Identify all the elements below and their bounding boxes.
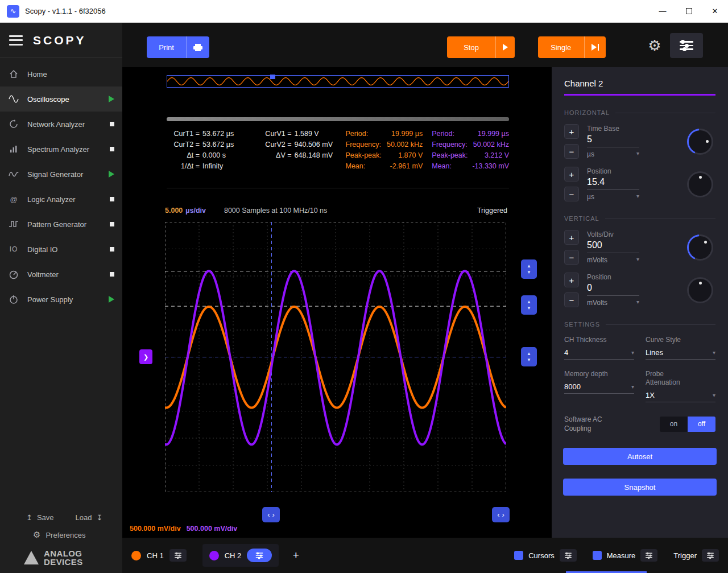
chevron-down-icon: ▾ <box>636 256 639 264</box>
close-button[interactable]: ✕ <box>702 0 728 22</box>
ac-coupling-on-button[interactable]: on <box>660 417 688 432</box>
voltsdiv-unit-dropdown[interactable]: mVolts ▾ <box>587 253 639 264</box>
horizontal-position-handle[interactable]: ‹ › <box>492 507 510 522</box>
maximize-button[interactable] <box>676 0 702 22</box>
ac-coupling-off-button[interactable]: off <box>688 417 715 432</box>
sidebar-item-logic-analyzer[interactable]: @ Logic Analyzer <box>0 187 122 212</box>
sidebar-item-network-analyzer[interactable]: Network Analyzer <box>0 112 122 137</box>
ch2-tab[interactable]: CH 2 <box>202 544 279 567</box>
voltsdiv-decrement-button[interactable]: − <box>564 250 579 265</box>
vposition-increment-button[interactable]: + <box>564 273 579 287</box>
panel-toggle-button[interactable] <box>670 33 703 58</box>
save-button[interactable]: Save <box>37 513 54 522</box>
measure-checkbox[interactable] <box>593 551 602 560</box>
timebase-label: Time Base <box>587 125 639 133</box>
samples-info: 8000 Samples at 100 MHz/10 ns <box>224 207 327 215</box>
minimize-button[interactable]: — <box>650 0 676 22</box>
ch-thickness-dropdown[interactable]: CH Thickness 4 ▾ <box>564 336 634 360</box>
menu-icon[interactable] <box>9 35 23 46</box>
preferences-button[interactable]: ⚙ Preferences <box>0 530 122 540</box>
hposition-value[interactable]: 15.4 <box>587 175 639 190</box>
sidebar-item-label: Home <box>27 70 47 79</box>
vposition-decrement-button[interactable]: − <box>564 292 579 307</box>
ac-coupling-label: Software AC Coupling <box>564 415 627 433</box>
memory-depth-dropdown[interactable]: Memory depth 8000 ▾ <box>564 370 634 402</box>
oscilloscope-icon <box>8 93 19 105</box>
curve-style-dropdown[interactable]: Curve Style Lines ▾ <box>646 336 715 360</box>
chevron-up-icon: ▲ <box>527 352 531 356</box>
timebase-unit-dropdown[interactable]: µs ▾ <box>587 147 639 158</box>
sidebar-item-label: Spectrum Analyzer <box>27 145 89 154</box>
preferences-label: Preferences <box>46 531 85 539</box>
run-stop-button[interactable]: Stop <box>447 36 515 58</box>
cursors-settings-button[interactable] <box>560 549 577 562</box>
vposition-value[interactable]: 0 <box>587 281 639 296</box>
timebase-value[interactable]: 5 <box>587 133 639 147</box>
probe-attenuation-dropdown[interactable]: Probe Attenuation 1X ▾ <box>646 370 715 402</box>
sidebar-item-power-supply[interactable]: Power Supply <box>0 287 122 312</box>
channel-color-rule <box>564 94 715 96</box>
settings-gear-button[interactable]: ⚙ <box>644 35 665 56</box>
time-cursor-handle[interactable]: ‹ › <box>262 507 280 522</box>
hposition-knob[interactable] <box>687 171 713 197</box>
ch2-settings-button[interactable] <box>247 549 272 562</box>
ch1-tab[interactable]: CH 1 <box>131 549 187 562</box>
sidebar-item-digital-io[interactable]: IO Digital IO <box>0 237 122 262</box>
preview-position-marker[interactable] <box>270 75 275 79</box>
sidebar-item-home[interactable]: Home <box>0 61 122 86</box>
sidebar-item-voltmeter[interactable]: Voltmeter <box>0 262 122 287</box>
stopped-indicator <box>110 197 114 201</box>
measure-settings-button[interactable] <box>640 549 657 562</box>
load-button[interactable]: Load <box>76 513 92 522</box>
logic-analyzer-icon: @ <box>8 193 19 205</box>
waveform-plot[interactable] <box>165 222 506 492</box>
hposition-decrement-button[interactable]: − <box>564 187 579 201</box>
vposition-label: Position <box>587 273 639 281</box>
gear-icon: ⚙ <box>33 530 40 540</box>
sidebar-item-label: Voltmeter <box>27 270 59 279</box>
timebase-decrement-button[interactable]: − <box>564 144 579 159</box>
minimize-icon: — <box>659 7 667 15</box>
horizontal-scrollbar[interactable] <box>167 117 509 121</box>
trigger-level-handle[interactable]: ▲ ▼ <box>521 347 537 366</box>
vertical-position-control: + − Position 0 mVolts ▾ <box>564 273 715 307</box>
chevron-down-icon: ▾ <box>631 349 634 356</box>
sidebar-item-oscilloscope[interactable]: Oscilloscope <box>0 86 122 112</box>
hposition-unit-dropdown[interactable]: µs ▾ <box>587 190 639 201</box>
vposition-knob[interactable] <box>687 277 713 303</box>
timebase-increment-button[interactable]: + <box>564 124 579 139</box>
cursor-v1-handle[interactable]: ▲ ▼ <box>521 259 537 279</box>
app-icon: ∿ <box>7 5 19 18</box>
snapshot-button[interactable]: Snapshot <box>563 479 717 496</box>
channel-bar: CH 1 CH 2 + Cursors Measure Trigger <box>122 538 728 573</box>
add-channel-button[interactable]: + <box>288 547 304 563</box>
single-button[interactable]: Single <box>538 36 606 58</box>
spectrum-analyzer-icon <box>8 143 19 155</box>
cursors-checkbox[interactable] <box>514 551 523 560</box>
sidebar-item-pattern-generator[interactable]: Pattern Generator <box>0 212 122 237</box>
chevron-down-icon: ▾ <box>636 150 639 158</box>
vposition-unit-dropdown[interactable]: mVolts ▾ <box>587 296 639 307</box>
autoset-button[interactable]: Autoset <box>563 448 717 465</box>
voltsdiv-increment-button[interactable]: + <box>564 230 579 245</box>
stopped-indicator <box>110 147 114 151</box>
capture-preview-strip[interactable] <box>167 75 509 88</box>
chevron-up-icon: ▲ <box>527 264 531 269</box>
trigger-settings-button[interactable] <box>702 549 719 562</box>
ch1-settings-button[interactable] <box>169 549 187 562</box>
timebase-knob[interactable] <box>687 129 713 155</box>
sidebar-item-signal-generator[interactable]: Signal Generator <box>0 162 122 187</box>
channel-settings-panel: Channel 2 HORIZONTAL + − Time Base 5 µs … <box>552 67 728 538</box>
chevron-down-icon: ▾ <box>636 299 639 307</box>
hposition-increment-button[interactable]: + <box>564 167 579 182</box>
cursor-v2-handle[interactable]: ▲ ▼ <box>521 295 537 315</box>
chevron-down-icon: ▼ <box>527 358 531 362</box>
ch2-offset-handle[interactable]: ❯ <box>139 349 152 364</box>
scopy-logo: SCOPY <box>33 34 86 47</box>
sidebar-item-spectrum-analyzer[interactable]: Spectrum Analyzer <box>0 137 122 162</box>
print-button[interactable]: Print <box>147 36 209 58</box>
single-play-icon <box>592 44 597 51</box>
stopped-indicator <box>110 247 114 252</box>
voltsdiv-value[interactable]: 500 <box>587 238 639 253</box>
voltsdiv-knob[interactable] <box>687 234 713 261</box>
